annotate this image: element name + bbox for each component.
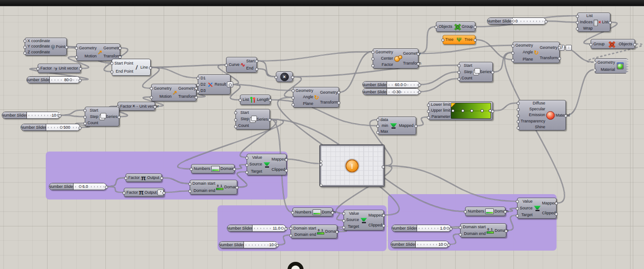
component-number-slider-11[interactable]: Number Slider11.0 bbox=[227, 225, 286, 232]
point-in-port-1[interactable] bbox=[23, 46, 26, 49]
slider-track[interactable]: 80 bbox=[50, 77, 80, 83]
component-end-points[interactable]: Curve∿StartEnd bbox=[226, 57, 257, 73]
ungroup-in-port-0[interactable] bbox=[589, 43, 592, 46]
group-out-port-0[interactable] bbox=[474, 26, 477, 29]
result-in-port-2[interactable] bbox=[196, 90, 200, 93]
component-number-slider-10[interactable]: Number Slider10 bbox=[391, 241, 449, 248]
result-out-port-0[interactable] bbox=[229, 83, 232, 87]
component-construct-domain[interactable]: Domain startDomain end0 1Domain bbox=[291, 225, 337, 239]
component-group[interactable]: ObjectsGroup bbox=[436, 22, 475, 32]
series1-in-port-1[interactable] bbox=[83, 116, 87, 119]
component-number-slider-60[interactable]: Number Slider60.0 bbox=[362, 81, 420, 88]
slider-track[interactable]: 1.0 bbox=[417, 225, 451, 231]
slider-grip[interactable] bbox=[404, 83, 406, 86]
boundsA-in-port-0[interactable] bbox=[190, 168, 193, 171]
boundsB-in-port-0[interactable] bbox=[291, 211, 294, 214]
result-in-port-0[interactable] bbox=[196, 77, 200, 80]
component-custom-preview[interactable]: GeometryMaterial bbox=[595, 58, 628, 74]
sliderB11-out-port[interactable] bbox=[284, 227, 287, 230]
multiply-in-port[interactable] bbox=[274, 76, 278, 79]
conDomB-in-port-1[interactable] bbox=[289, 234, 292, 237]
unitY-out-port-0[interactable] bbox=[79, 67, 82, 70]
conDomC-in-port-1[interactable] bbox=[459, 233, 462, 236]
slider-track[interactable]: 60.0 bbox=[387, 82, 419, 87]
cullIndex-in-port-1[interactable] bbox=[576, 21, 579, 24]
scale-in-port-1[interactable] bbox=[371, 57, 374, 61]
component-remap-numbers[interactable]: ValueSourceTargetMappedClipped bbox=[517, 198, 557, 219]
pi1-in-port-0[interactable] bbox=[124, 177, 127, 180]
preview-in-port-1[interactable] bbox=[593, 69, 596, 72]
slider-track[interactable]: 10 bbox=[244, 242, 277, 248]
unitX-out-port-0[interactable] bbox=[153, 105, 157, 108]
slider-grip[interactable] bbox=[447, 227, 449, 230]
component-cull-index[interactable]: ListIndicesWrap×List bbox=[577, 13, 610, 32]
component-number-slider-30[interactable]: Number Slider30 bbox=[362, 88, 420, 95]
rotate2-in-port-0[interactable] bbox=[511, 44, 514, 48]
component-pi[interactable]: FactorπOutput bbox=[126, 174, 162, 182]
component-ungroup[interactable]: GroupObjects bbox=[591, 39, 635, 49]
endPoints-in-port-0[interactable] bbox=[225, 64, 228, 67]
component-number-slider-6[interactable]: Number Slider6.0 bbox=[49, 183, 107, 190]
slider-grip[interactable] bbox=[79, 185, 82, 188]
gradient-in-port-2[interactable] bbox=[427, 116, 430, 119]
unitY-in-port-0[interactable] bbox=[36, 67, 39, 70]
sliderC10-out-port[interactable] bbox=[447, 243, 450, 247]
gradient-grip[interactable] bbox=[470, 109, 473, 113]
series3-in-port-1[interactable] bbox=[457, 71, 461, 74]
component-remap-numbers[interactable]: dataminMaxMapped bbox=[378, 117, 416, 135]
slider80-out-port[interactable] bbox=[78, 79, 82, 82]
gradient-grip[interactable] bbox=[451, 109, 454, 113]
component-series[interactable]: StartStepCountSeries bbox=[235, 109, 270, 130]
component-unit-y-vector[interactable]: Factor↑yUnit vector bbox=[38, 64, 81, 73]
mappedCustom-out-port-0[interactable] bbox=[414, 125, 418, 128]
boundsC-in-port-0[interactable] bbox=[464, 210, 467, 213]
material-in-port-1[interactable] bbox=[517, 108, 520, 111]
material-out-port-0[interactable] bbox=[564, 114, 567, 117]
remapB-in-port-1[interactable] bbox=[342, 219, 345, 222]
remapA-out-port-1[interactable] bbox=[285, 169, 288, 172]
cullIndex-out-port-0[interactable] bbox=[609, 21, 612, 24]
component-number-slider-500[interactable]: Number Slider500 bbox=[21, 124, 80, 131]
pi1-out-port-0[interactable] bbox=[160, 177, 163, 180]
remapB-in-port-2[interactable] bbox=[342, 226, 345, 229]
listLength-out-port-0[interactable] bbox=[269, 99, 272, 102]
slider-grip[interactable] bbox=[393, 91, 396, 93]
line-out-port-0[interactable] bbox=[149, 66, 152, 69]
conDomB-out-port-0[interactable] bbox=[335, 230, 339, 234]
move2-in-port-1[interactable] bbox=[150, 96, 153, 99]
slider-grip[interactable] bbox=[512, 20, 514, 22]
remapC-in-port-2[interactable] bbox=[516, 214, 519, 217]
component-construct-domain[interactable]: Domain startDomain end0 1Domain bbox=[190, 180, 237, 195]
slider-grip[interactable] bbox=[60, 126, 62, 129]
component-graph-mapper[interactable]: ! bbox=[320, 145, 384, 187]
rotate1-out-port-1[interactable] bbox=[337, 101, 340, 104]
scale-out-port-0[interactable] bbox=[417, 52, 420, 56]
component-number-slider-1[interactable]: Number Slider1.0 bbox=[392, 225, 451, 232]
remapA-out-port-0[interactable] bbox=[285, 158, 288, 161]
grasshopper-canvas[interactable]: X coordinateY coordinateZ coordinateψPoi… bbox=[0, 0, 644, 269]
component-rotate[interactable]: GeometryAnglePlane↻Geometry↺↓Transform bbox=[513, 42, 560, 63]
scale-in-port-2[interactable] bbox=[371, 64, 374, 67]
series3-in-port-2[interactable] bbox=[457, 78, 461, 81]
gradient-grip[interactable] bbox=[480, 109, 483, 113]
gradient-swatch[interactable] bbox=[451, 103, 491, 119]
line-in-port-1[interactable] bbox=[110, 70, 113, 74]
endPoints-out-port-0[interactable] bbox=[255, 60, 258, 63]
series3-out-port-0[interactable] bbox=[491, 71, 494, 74]
sliderC1-out-port[interactable] bbox=[449, 227, 453, 230]
component-tree-component[interactable]: TreeΨTree bbox=[443, 35, 475, 44]
slider60-out-port[interactable] bbox=[418, 83, 421, 87]
move1-in-port-1[interactable] bbox=[75, 56, 78, 59]
slider-track[interactable]: 0 bbox=[513, 18, 546, 24]
material-in-port-4[interactable] bbox=[517, 126, 520, 130]
rotate2-in-port-2[interactable] bbox=[511, 59, 514, 62]
series1-in-port-0[interactable] bbox=[83, 109, 87, 112]
slider-grip[interactable] bbox=[281, 227, 284, 230]
ungroup-out-port-0[interactable] bbox=[633, 43, 636, 46]
boundsA-out-port-0[interactable] bbox=[233, 168, 236, 171]
tree-out-port-0[interactable] bbox=[474, 39, 477, 42]
slider-track[interactable]: 500 bbox=[46, 124, 80, 130]
rotate2-out-port-0[interactable] bbox=[558, 46, 561, 49]
remapB-out-port-1[interactable] bbox=[382, 224, 385, 227]
result-in-port-1[interactable] bbox=[196, 83, 200, 87]
